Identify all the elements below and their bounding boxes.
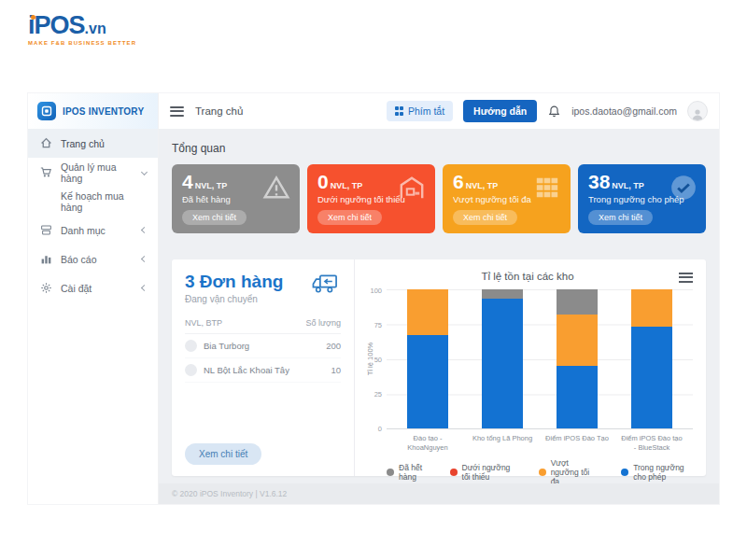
card-detail-button[interactable]: Xem chi tiết [182,210,247,225]
y-axis: Tỉ lệ 100% 100 75 50 25 0 [362,289,387,483]
bar-segment[interactable] [557,366,598,428]
bell-icon[interactable] [547,105,561,119]
chart-xlabels: Đào tạo - KhoaNguyenKho tổng Lã PhongĐiể… [387,429,693,453]
hamburger-menu-icon[interactable] [170,104,184,119]
sidebar-item-ke-hoach-mua-hang[interactable]: Kế hoạch mua hàng [28,187,158,216]
gear-icon [39,282,52,295]
warning-icon [262,175,290,203]
shortcut-button[interactable]: Phím tắt [387,101,454,121]
legend-label: Dưới ngưỡng tối thiểu [462,463,516,482]
bar-segment[interactable] [631,327,672,428]
y-tick: 75 [374,321,382,329]
order-row[interactable]: NL Bột Lắc Khoai Tây 10 [185,358,341,383]
legend-item[interactable]: Dưới ngưỡng tối thiểu [450,458,516,484]
card-da-het-hang[interactable]: 4NVL, TP Đã hết hàng Xem chi tiết [172,164,300,233]
card-unit: NVL, TP [331,181,363,190]
item-thumb [185,364,197,376]
bar-segment[interactable] [482,299,523,428]
logo-tagline: MAKE F&B BUSINESS BETTER [28,40,136,46]
topbar: Trang chủ Phím tắt Hướng dẫn ipos.daotao… [159,93,719,129]
card-value: 6 [453,171,464,192]
card-value: 38 [588,171,610,192]
legend-label: Đã hết hàng [399,463,428,482]
column-item: NVL, BTP [185,318,222,328]
legend-label: Vượt ngưỡng tối đa [551,458,599,484]
y-tick: 0 [378,425,382,433]
chevron-left-icon [141,227,148,233]
item-name: NL Bột Lắc Khoai Tây [204,365,289,375]
card-value: 4 [182,171,193,192]
y-tick: 25 [374,390,382,399]
legend-dot [450,469,458,476]
avatar[interactable] [687,101,708,121]
order-row[interactable]: Bia Turborg 200 [185,334,341,358]
sidebar-item-bao-cao[interactable]: Báo cáo [28,245,158,273]
content: Tổng quan 4NVL, TP Đã hết hàng Xem chi t… [159,129,719,483]
warehouse-icon [398,175,426,203]
chart-bar[interactable] [557,289,598,428]
cart-icon [39,166,52,179]
bar-segment[interactable] [407,289,448,335]
item-name: Bia Turborg [204,341,249,351]
bar-segment[interactable] [407,335,448,428]
card-trong-nguong-cho-phep[interactable]: 38NVL, TP Trong ngưỡng cho phép Xem chi … [578,164,706,233]
x-axis-label: Điểm iPOS Đào tạo - BlueStack [614,434,689,453]
orders-detail-button[interactable]: Xem chi tiết [185,443,261,465]
app-window: IPOS INVENTORY Trang chủ Quản lý mua hàn… [28,93,719,504]
sidebar-item-danh-muc[interactable]: Danh mục [28,216,158,245]
orders-table-header: NVL, BTP Số lượng [185,318,341,334]
chart-bar[interactable] [407,289,448,428]
sidebar-item-label: Quản lý mua hàng [61,161,134,184]
overview-cards: 4NVL, TP Đã hết hàng Xem chi tiết 0NVL, … [172,164,706,233]
x-axis-label: Kho tổng Lã Phong [465,434,540,453]
orders-panel: 3 Đơn hàng Đang vận chuyển NVL, BTP Số l… [172,259,355,476]
breadcrumb: Trang chủ [195,105,243,117]
sidebar-item-label: Báo cáo [61,254,97,265]
sidebar-item-quan-ly-mua-hang[interactable]: Quản lý mua hàng [28,158,158,187]
item-qty: 200 [326,341,341,351]
bar-segment[interactable] [557,315,598,366]
item-thumb [185,340,197,352]
card-duoi-nguong-toi-thieu[interactable]: 0NVL, TP Dưới ngưỡng tối thiểu Xem chi t… [307,164,435,233]
report-chart-icon [39,253,52,266]
card-unit: NVL, TP [195,181,228,190]
chart-menu-icon[interactable] [679,270,693,285]
card-unit: NVL, TP [612,181,644,190]
sidebar: IPOS INVENTORY Trang chủ Quản lý mua hàn… [28,93,159,504]
sidebar-item-cai-dat[interactable]: Cài đặt [28,273,158,302]
bar-segment[interactable] [482,289,523,299]
bar-segment[interactable] [631,289,672,327]
card-detail-button[interactable]: Xem chi tiết [317,210,382,225]
card-vuot-nguong-toi-da[interactable]: 6NVL, TP Vượt ngưỡng tối đa Xem chi tiết [443,164,571,233]
sidebar-item-trang-chu[interactable]: Trang chủ [28,129,158,158]
x-axis-label: Điểm iPOS Đào Tạo [540,434,614,453]
card-detail-button[interactable]: Xem chi tiết [453,210,517,225]
guide-button[interactable]: Hướng dẫn [463,100,537,122]
main-area: Trang chủ Phím tắt Hướng dẫn ipos.daotao… [159,93,719,504]
legend-label: Trong ngưỡng cho phép [633,463,693,482]
sidebar-header: IPOS INVENTORY [28,93,158,129]
footer-text: © 2020 iPOS Inventory | V1.6.12 [172,489,287,498]
sidebar-item-label: Trang chủ [61,138,105,149]
check-circle-icon [670,175,697,203]
app-logo-icon [37,102,56,120]
chevron-left-icon [141,256,148,262]
sidebar-item-label: Danh mục [61,225,106,236]
chart-bar[interactable] [482,289,523,428]
sidebar-item-label: Cài đặt [61,283,92,294]
boxes-icon [533,175,561,203]
chart-title: Tỉ lệ tồn tại các kho [481,271,573,282]
legend-item[interactable]: Đã hết hàng [387,458,428,484]
chart-bar[interactable] [631,289,672,428]
item-qty: 10 [331,365,341,375]
legend-item[interactable]: Trong ngưỡng cho phép [621,458,693,484]
ipos-logo: iPOS.vn MAKE F&B BUSINESS BETTER [28,13,136,46]
bar-segment[interactable] [557,289,598,315]
legend-dot [621,469,628,476]
legend-item[interactable]: Vượt ngưỡng tối đa [539,458,599,484]
sidebar-item-label: Kế hoạch mua hàng [61,190,147,213]
column-qty: Số lượng [306,318,341,328]
app-title: IPOS INVENTORY [63,106,144,117]
logo-orange-dot [31,15,35,20]
card-detail-button[interactable]: Xem chi tiết [588,210,653,225]
